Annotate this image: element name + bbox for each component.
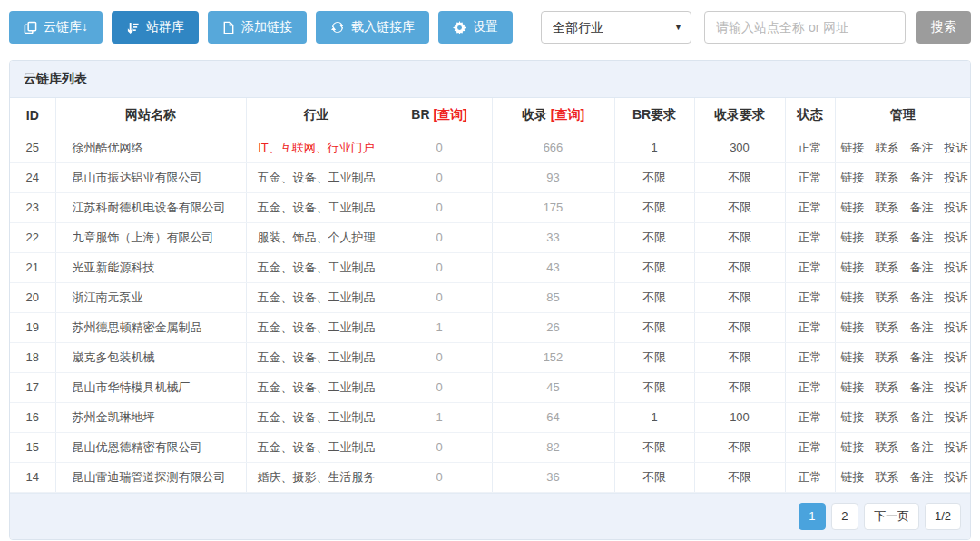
cell-site-name: 徐州酷优网络 xyxy=(55,133,246,162)
action-remark-link[interactable]: 备注 xyxy=(910,440,934,454)
action-remark-link[interactable]: 备注 xyxy=(910,380,934,394)
add-link-label: 添加链接 xyxy=(241,19,292,35)
action-link-link[interactable]: 链接 xyxy=(841,320,865,334)
action-remark-link[interactable]: 备注 xyxy=(910,231,934,244)
action-contact-link[interactable]: 联系 xyxy=(876,231,899,244)
action-remark-link[interactable]: 备注 xyxy=(910,261,934,274)
action-complaint-link[interactable]: 投诉 xyxy=(945,290,968,304)
index-query-link[interactable]: [查询] xyxy=(551,107,584,122)
pagination-next-button[interactable]: 下一页 xyxy=(864,503,919,530)
action-contact-link[interactable]: 联系 xyxy=(876,410,899,424)
action-contact-link[interactable]: 联系 xyxy=(876,440,899,454)
action-complaint-link[interactable]: 投诉 xyxy=(945,410,968,424)
action-contact-link[interactable]: 联系 xyxy=(876,350,899,364)
cell-industry: 五金、设备、工业制品 xyxy=(246,372,387,402)
action-link-link[interactable]: 链接 xyxy=(841,410,865,424)
cell-status: 正常 xyxy=(785,162,835,192)
cell-index-req: 不限 xyxy=(694,462,785,492)
action-link-link[interactable]: 链接 xyxy=(841,440,865,454)
action-remark-link[interactable]: 备注 xyxy=(910,141,934,154)
cell-site-name: 江苏科耐德机电设备有限公司 xyxy=(55,192,246,222)
action-remark-link[interactable]: 备注 xyxy=(910,350,934,364)
action-link-link[interactable]: 链接 xyxy=(841,141,865,154)
action-remark-link[interactable]: 备注 xyxy=(910,201,934,214)
panel-footer: 1 2 下一页 1/2 xyxy=(10,493,970,539)
action-link-link[interactable]: 链接 xyxy=(841,201,865,214)
cell-site-name: 苏州德思顿精密金属制品 xyxy=(55,312,246,342)
cell-manage: 链接联系备注投诉 xyxy=(835,133,970,162)
cell-br-req: 不限 xyxy=(614,372,694,402)
action-link-link[interactable]: 链接 xyxy=(841,261,865,274)
table-row: 20 浙江南元泵业 五金、设备、工业制品 0 85 不限 不限 正常 链接联系备… xyxy=(10,282,970,312)
action-contact-link[interactable]: 联系 xyxy=(876,470,899,484)
search-input[interactable] xyxy=(704,11,906,44)
cell-industry: 五金、设备、工业制品 xyxy=(246,162,387,192)
cell-index-req: 不限 xyxy=(694,192,785,222)
cell-industry: 五金、设备、工业制品 xyxy=(246,192,387,222)
add-link-button[interactable]: 添加链接 xyxy=(208,11,307,44)
cloud-link-library-button[interactable]: 云链库↓ xyxy=(9,11,103,44)
action-contact-link[interactable]: 联系 xyxy=(876,261,899,274)
cell-br-req: 不限 xyxy=(614,162,694,192)
header-br-label: BR xyxy=(411,107,429,122)
action-remark-link[interactable]: 备注 xyxy=(910,410,934,424)
action-complaint-link[interactable]: 投诉 xyxy=(945,201,968,214)
action-link-link[interactable]: 链接 xyxy=(841,171,865,184)
cell-status: 正常 xyxy=(785,432,835,462)
search-button[interactable]: 搜索 xyxy=(916,11,971,44)
pagination-page-2[interactable]: 2 xyxy=(831,503,858,530)
table-row: 25 徐州酷优网络 IT、互联网、行业门户 0 666 1 300 正常 链接联… xyxy=(10,133,970,162)
action-complaint-link[interactable]: 投诉 xyxy=(945,470,968,484)
action-complaint-link[interactable]: 投诉 xyxy=(945,261,968,274)
cell-index-req: 不限 xyxy=(694,222,785,252)
action-complaint-link[interactable]: 投诉 xyxy=(945,141,968,154)
table-row: 21 光亚新能源科技 五金、设备、工业制品 0 43 不限 不限 正常 链接联系… xyxy=(10,252,970,282)
action-link-link[interactable]: 链接 xyxy=(841,350,865,364)
action-remark-link[interactable]: 备注 xyxy=(910,171,934,184)
site-group-library-button[interactable]: 站群库 xyxy=(112,11,199,44)
industry-select[interactable]: 全部行业 xyxy=(541,11,691,44)
action-remark-link[interactable]: 备注 xyxy=(910,470,934,484)
load-link-library-label: 载入链接库 xyxy=(351,19,415,35)
br-query-link[interactable]: [查询] xyxy=(433,107,466,122)
cell-id: 14 xyxy=(10,462,55,492)
pagination-page-1[interactable]: 1 xyxy=(799,503,826,530)
action-contact-link[interactable]: 联系 xyxy=(876,290,899,304)
action-remark-link[interactable]: 备注 xyxy=(910,290,934,304)
cell-site-name: 昆山优恩德精密有限公司 xyxy=(55,432,246,462)
cell-status: 正常 xyxy=(785,402,835,432)
settings-button[interactable]: 设置 xyxy=(438,11,513,44)
load-link-library-button[interactable]: 载入链接库 xyxy=(316,11,429,44)
action-link-link[interactable]: 链接 xyxy=(841,380,865,394)
cell-site-name: 昆山市华特模具机械厂 xyxy=(55,372,246,402)
action-complaint-link[interactable]: 投诉 xyxy=(945,440,968,454)
cell-site-name: 九章服饰（上海）有限公司 xyxy=(55,222,246,252)
action-remark-link[interactable]: 备注 xyxy=(910,320,934,334)
action-contact-link[interactable]: 联系 xyxy=(876,320,899,334)
action-complaint-link[interactable]: 投诉 xyxy=(945,350,968,364)
action-complaint-link[interactable]: 投诉 xyxy=(945,231,968,244)
action-link-link[interactable]: 链接 xyxy=(841,231,865,244)
cell-br-req: 1 xyxy=(614,402,694,432)
action-link-link[interactable]: 链接 xyxy=(841,470,865,484)
cell-site-name: 浙江南元泵业 xyxy=(55,282,246,312)
cell-status: 正常 xyxy=(785,222,835,252)
action-complaint-link[interactable]: 投诉 xyxy=(945,171,968,184)
action-contact-link[interactable]: 联系 xyxy=(876,201,899,214)
action-complaint-link[interactable]: 投诉 xyxy=(945,380,968,394)
action-contact-link[interactable]: 联系 xyxy=(876,141,899,154)
cell-manage: 链接联系备注投诉 xyxy=(835,462,970,492)
cell-br-req: 不限 xyxy=(614,222,694,252)
cell-index: 64 xyxy=(492,402,614,432)
cell-br: 1 xyxy=(387,402,492,432)
cell-site-name: 昆山市振达铝业有限公司 xyxy=(55,162,246,192)
cell-manage: 链接联系备注投诉 xyxy=(835,372,970,402)
action-contact-link[interactable]: 联系 xyxy=(876,380,899,394)
table-row: 24 昆山市振达铝业有限公司 五金、设备、工业制品 0 93 不限 不限 正常 … xyxy=(10,162,970,192)
cloud-link-list-panel: 云链库列表 ID 网站名称 行业 BR [查询] 收录 [查询] BR要求 收录… xyxy=(9,60,971,540)
action-contact-link[interactable]: 联系 xyxy=(876,171,899,184)
cell-id: 25 xyxy=(10,133,55,162)
action-complaint-link[interactable]: 投诉 xyxy=(945,320,968,334)
cell-id: 17 xyxy=(10,372,55,402)
action-link-link[interactable]: 链接 xyxy=(841,290,865,304)
